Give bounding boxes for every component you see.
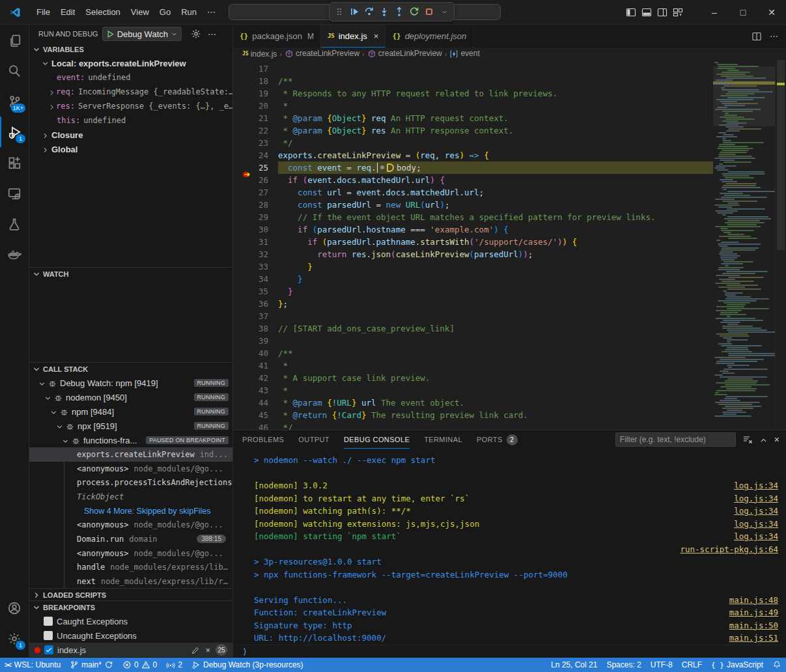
variable-row[interactable]: this:undefined: [29, 113, 232, 128]
debug-continue-button[interactable]: [348, 5, 361, 19]
minimize-button[interactable]: –: [700, 0, 729, 25]
console-source-link[interactable]: log.js:34: [734, 494, 778, 503]
indentation-item[interactable]: Spaces: 2: [602, 658, 645, 672]
breakpoint-row[interactable]: Caught Exceptions: [29, 614, 232, 628]
minimap[interactable]: [713, 60, 775, 430]
console-source-link[interactable]: log.js:34: [734, 481, 778, 490]
console-source-link[interactable]: run-script-pkg.js:64: [680, 544, 778, 554]
code-line[interactable]: 18/**: [233, 75, 713, 87]
encoding-item[interactable]: UTF-8: [646, 658, 677, 672]
menu-run[interactable]: Run: [176, 5, 202, 20]
watch-section-header[interactable]: WATCH: [29, 268, 232, 281]
code-line[interactable]: 22 * @param {Object} res An HTTP respons…: [233, 124, 713, 137]
console-row[interactable]: > npx functions-framework --target=creat…: [254, 568, 778, 581]
customize-layout-icon[interactable]: [673, 7, 683, 18]
panel-tab-output[interactable]: OUTPUT: [298, 430, 330, 449]
code-line[interactable]: 17: [233, 63, 713, 75]
console-row[interactable]: [nodemon] to restart at any time, enter …: [254, 492, 778, 505]
stack-frame-row[interactable]: <anonymous>node_modules/@go...: [29, 462, 232, 476]
code-line[interactable]: 33 }: [233, 260, 713, 273]
variables-group-global[interactable]: Global: [29, 142, 232, 156]
toggle-secondary-sidebar-icon[interactable]: [657, 7, 667, 18]
console-source-link[interactable]: main.js:48: [729, 595, 778, 605]
tab-index.js[interactable]: JSindex.js×: [321, 25, 386, 48]
console-row[interactable]: [254, 581, 778, 594]
activity-item-testing[interactable]: [0, 208, 29, 239]
panel-tab-terminal[interactable]: TERMINAL: [424, 430, 462, 449]
console-row[interactable]: Serving function...main.js:48: [254, 594, 778, 607]
stack-frame-row[interactable]: exports.createLinkPreviewind...: [29, 447, 232, 462]
activity-item-remote-explorer[interactable]: [0, 178, 29, 208]
notifications-bell-icon[interactable]: [768, 658, 786, 672]
activity-item-source-control[interactable]: 1K+: [0, 86, 29, 117]
toggle-sidebar-icon[interactable]: [626, 7, 636, 18]
console-filter-input[interactable]: [615, 432, 736, 447]
menu-go[interactable]: Go: [154, 5, 176, 20]
activity-item-settings[interactable]: 1: [0, 623, 29, 654]
console-row[interactable]: [nodemon] starting `npm start`log.js:34: [254, 530, 778, 543]
breadcrumb-item[interactable]: event: [449, 49, 479, 59]
stack-frame-row[interactable]: <anonymous>node_modules/@go...: [29, 518, 232, 532]
code-line[interactable]: 38// [START add_ons_case_preview_link]: [233, 322, 713, 335]
activity-item-run-and-debug[interactable]: 1: [0, 117, 29, 147]
close-panel-icon[interactable]: ×: [774, 434, 779, 445]
code-line[interactable]: 39: [233, 335, 713, 347]
loaded-scripts-section-header[interactable]: LOADED SCRIPTS: [29, 589, 232, 602]
activity-item-docker[interactable]: [0, 239, 29, 270]
console-source-link[interactable]: log.js:34: [734, 506, 778, 516]
debug-step-out-button[interactable]: [393, 5, 406, 19]
debug-session-row[interactable]: nodemon [9450]RUNNING: [29, 390, 232, 404]
console-source-link[interactable]: log.js:34: [734, 519, 778, 529]
panel-tab-ports[interactable]: PORTS2: [477, 430, 518, 449]
git-branch-item[interactable]: main*: [65, 658, 118, 672]
close-button[interactable]: ✕: [757, 0, 786, 25]
console-row[interactable]: > nodemon --watch ./ --exec npm start: [254, 454, 778, 467]
stack-frame-row[interactable]: process.processTicksAndRejections: [29, 475, 232, 490]
debug-session-row[interactable]: functions-fra...PAUSED ON BREAKPOINT: [29, 433, 232, 447]
debug-stop-button[interactable]: [423, 5, 436, 19]
tab-deployment.json[interactable]: {}deployment.json: [386, 25, 473, 48]
sidebar-more-actions-icon[interactable]: ⋯: [208, 29, 216, 39]
code-line[interactable]: 23 */: [233, 137, 713, 149]
debug-step-over-button[interactable]: [363, 5, 376, 19]
menu-selection[interactable]: Selection: [80, 5, 125, 20]
maximize-button[interactable]: □: [729, 0, 757, 25]
breakpoint-paused-icon[interactable]: [242, 169, 253, 180]
breadcrumb-item[interactable]: createLinkPreview: [367, 49, 442, 59]
editor-more-actions-icon[interactable]: ⋯: [770, 31, 778, 41]
activity-item-accounts[interactable]: [0, 593, 29, 623]
stack-frame-row[interactable]: Domain.rundomain388:15: [29, 532, 232, 546]
console-row[interactable]: [nodemon] watching path(s): **/*log.js:3…: [254, 505, 778, 518]
problems-item[interactable]: 0 0: [118, 658, 161, 672]
split-editor-icon[interactable]: [751, 31, 762, 42]
debug-step-into-button[interactable]: [378, 5, 391, 19]
debug-restart-button[interactable]: [408, 5, 421, 19]
toggle-panel-icon[interactable]: [641, 7, 652, 18]
debug-settings-gear-icon[interactable]: [191, 29, 201, 40]
code-line[interactable]: 46 */: [233, 421, 713, 430]
eol-item[interactable]: CRLF: [677, 658, 707, 672]
code-line[interactable]: 26 if (event.docs.matchedUrl.url) {: [233, 174, 713, 186]
code-line[interactable]: 31 if (parsedUrl.pathname.startsWith('/s…: [233, 236, 713, 248]
code-line[interactable]: 37: [233, 310, 713, 322]
stack-frame-row[interactable]: <anonymous>node_modules/@go...: [29, 546, 232, 561]
remote-indicator[interactable]: >< WSL: Ubuntu: [0, 658, 65, 672]
code-line[interactable]: 21 * @param {Object} req An HTTP request…: [233, 112, 713, 124]
variable-row[interactable]: event:undefined: [29, 70, 232, 85]
console-row[interactable]: > 3p-resources@1.0.0 start: [254, 555, 778, 568]
remove-breakpoint-icon[interactable]: ×: [205, 645, 210, 655]
launch-configuration-dropdown[interactable]: Debug Watch: [102, 27, 182, 41]
clear-console-icon[interactable]: [742, 434, 753, 445]
show-more-link[interactable]: Show 4 More: Skipped by skipFiles: [29, 504, 232, 518]
console-row[interactable]: Function: createLinkPreviewmain.js:49: [254, 606, 778, 619]
language-mode-item[interactable]: { } JavaScript: [707, 658, 768, 672]
menu-file[interactable]: File: [31, 5, 55, 20]
code-line[interactable]: 45 * @return {!Card} The resulting previ…: [233, 409, 713, 421]
code-line[interactable]: 36};: [233, 298, 713, 310]
debug-session-row[interactable]: npm [9484]RUNNING: [29, 404, 232, 419]
breadcrumb-item[interactable]: createLinkPreview: [285, 49, 359, 59]
menu-edit[interactable]: Edit: [55, 5, 80, 20]
breakpoint-row[interactable]: index.js×25: [29, 643, 232, 657]
cursor-position-item[interactable]: Ln 25, Col 21: [546, 658, 602, 672]
debug-toolbar-drag-handle[interactable]: [333, 5, 346, 19]
